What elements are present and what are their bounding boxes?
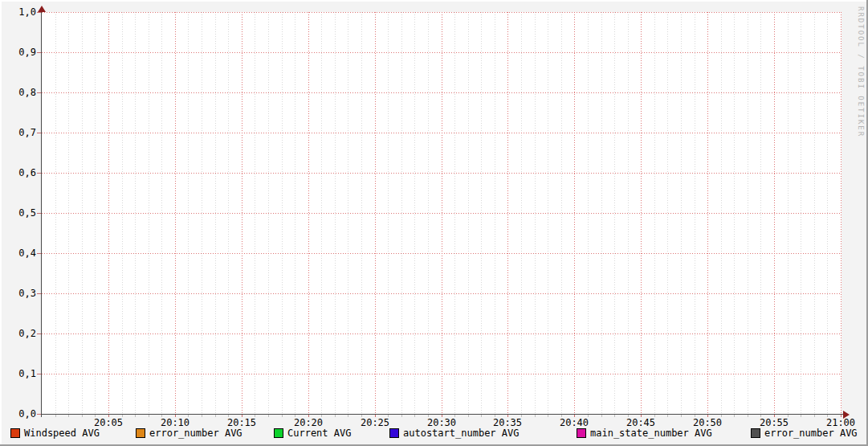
y-major-gridline	[42, 374, 842, 374]
x-minor-tick	[681, 415, 682, 417]
legend-item: main_state_number AVG	[577, 428, 712, 439]
y-axis-tick-label: 0,1	[0, 368, 36, 379]
y-axis-tick-label: 0,2	[0, 328, 36, 339]
y-axis-tick-label: 0,3	[0, 288, 36, 299]
x-axis-tick-label: 20:55	[750, 417, 798, 428]
x-axis-tick-label: 20:05	[84, 417, 132, 428]
x-minor-tick	[135, 415, 136, 417]
y-major-gridline	[42, 333, 842, 334]
x-minor-tick	[535, 415, 536, 417]
x-axis	[41, 414, 846, 415]
y-major-gridline	[42, 52, 842, 53]
legend-label: Current AVG	[287, 428, 351, 439]
x-axis-tick-label: 20:25	[351, 417, 399, 428]
x-minor-tick	[348, 415, 348, 417]
x-minor-tick	[215, 415, 216, 417]
x-axis-tick-label: 20:10	[151, 417, 199, 428]
x-minor-tick	[55, 415, 56, 417]
x-axis-tick-label: 20:40	[550, 417, 598, 428]
x-axis-tick-label: 20:30	[418, 417, 466, 428]
x-minor-tick	[282, 415, 283, 417]
x-minor-tick	[748, 415, 748, 417]
y-major-gridline	[42, 293, 842, 294]
x-minor-tick	[68, 415, 69, 417]
legend-label: Windspeed AVG	[24, 428, 100, 439]
x-minor-tick	[268, 415, 269, 417]
y-major-gridline	[42, 253, 842, 254]
rrdtool-watermark: RRDTOOL / TOBI OETIKER	[857, 6, 865, 137]
y-major-gridline	[42, 12, 842, 13]
x-axis-tick-label: 20:45	[617, 417, 665, 428]
legend-item: error_number AVG	[751, 428, 858, 439]
legend-swatch-icon	[136, 428, 145, 438]
x-minor-tick	[202, 415, 202, 417]
y-major-gridline	[42, 213, 842, 214]
y-axis-tick-label: 0,4	[0, 248, 36, 259]
x-minor-tick	[481, 415, 482, 417]
x-minor-tick	[814, 415, 815, 417]
y-major-gridline	[42, 133, 842, 133]
x-axis-tick-label: 20:15	[218, 417, 266, 428]
x-minor-tick	[468, 415, 469, 417]
y-axis	[41, 10, 42, 417]
x-minor-tick	[801, 415, 801, 417]
y-axis-tick-label: 1,0	[0, 6, 36, 18]
x-axis-tick-label: 20:35	[483, 417, 532, 428]
legend-label: main_state_number AVG	[590, 428, 712, 439]
y-axis-tick-label: 0,6	[0, 167, 36, 178]
rrd-graph: 20:0520:1020:1520:2020:2520:3020:3520:40…	[0, 0, 868, 446]
x-minor-tick	[601, 415, 602, 417]
y-major-gridline	[42, 173, 842, 174]
x-minor-tick	[335, 415, 336, 417]
y-axis-tick-label: 0,8	[0, 87, 36, 98]
legend-label: error_number AVG	[149, 428, 242, 439]
y-axis-arrow-icon	[38, 6, 46, 12]
y-axis-tick-label: 0,7	[0, 127, 36, 138]
legend-label: autostart_number AVG	[403, 428, 520, 439]
x-minor-tick	[82, 415, 83, 417]
x-minor-tick	[734, 415, 735, 417]
x-minor-tick	[667, 415, 668, 417]
x-axis-tick-label: 21:00	[817, 417, 865, 428]
legend-item: autostart_number AVG	[389, 428, 520, 439]
legend-swatch-icon	[389, 428, 399, 438]
x-minor-tick	[401, 415, 402, 417]
legend-swatch-icon	[751, 428, 760, 438]
legend-swatch-icon	[577, 428, 586, 438]
legend-swatch-icon	[274, 428, 283, 438]
legend-item: Windspeed AVG	[10, 428, 100, 439]
legend-item: error_number AVG	[136, 428, 242, 439]
x-minor-tick	[149, 415, 149, 417]
legend-label: error_number AVG	[764, 428, 858, 439]
x-axis-tick-label: 20:50	[683, 417, 731, 428]
x-minor-tick	[414, 415, 415, 417]
y-major-gridline	[42, 92, 842, 93]
y-axis-tick-label: 0,9	[0, 47, 36, 58]
y-axis-tick-label: 0,5	[0, 207, 36, 219]
y-axis-tick-label: 0,0	[0, 408, 36, 419]
x-axis-tick-label: 20:20	[284, 417, 332, 428]
x-minor-tick	[548, 415, 548, 417]
legend-swatch-icon	[10, 428, 20, 438]
legend-item: Current AVG	[274, 428, 351, 439]
x-minor-tick	[614, 415, 615, 417]
